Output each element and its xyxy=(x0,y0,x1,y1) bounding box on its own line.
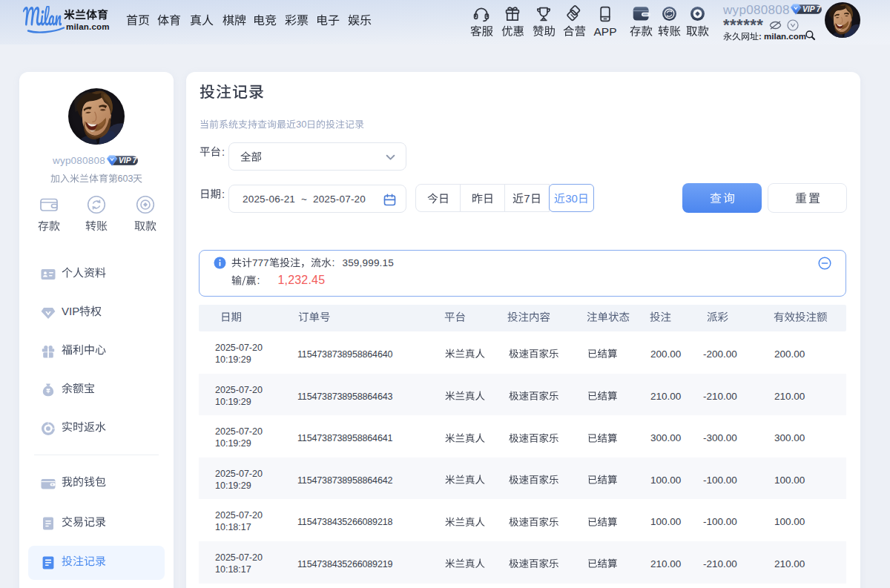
svg-text:VIP 7: VIP 7 xyxy=(802,5,822,13)
svg-text:VIP 7: VIP 7 xyxy=(119,156,138,165)
